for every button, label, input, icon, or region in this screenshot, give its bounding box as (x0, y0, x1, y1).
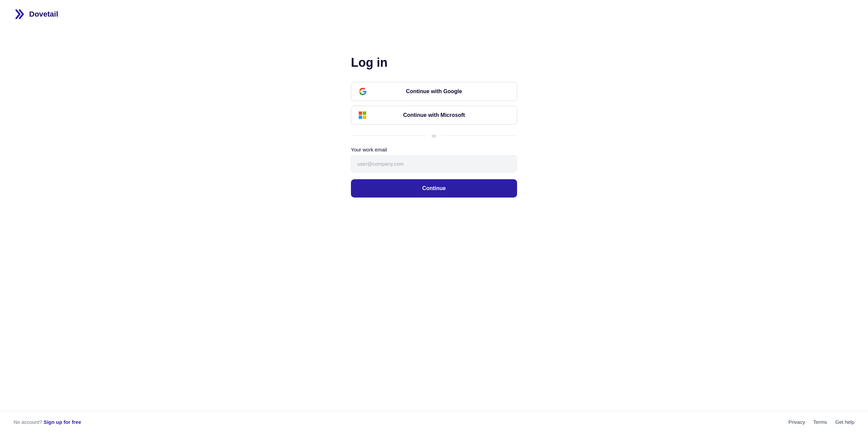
microsoft-button-label: Continue with Microsoft (403, 112, 465, 118)
page-title: Log in (351, 56, 517, 70)
microsoft-icon (359, 111, 366, 119)
logo[interactable]: Dovetail (14, 8, 58, 20)
microsoft-signin-button[interactable]: Continue with Microsoft (351, 106, 517, 125)
signup-link[interactable]: Sign up for free (43, 419, 81, 425)
email-input[interactable] (351, 155, 517, 172)
footer-left: No account? Sign up for free (14, 419, 81, 425)
footer-right: Privacy Terms Get help (788, 419, 854, 425)
or-divider: or (351, 133, 517, 139)
dovetail-logo-icon (14, 8, 26, 20)
google-signin-button[interactable]: Continue with Google (351, 82, 517, 101)
header: Dovetail (0, 0, 868, 28)
main-content: Log in Continue with Google (0, 28, 868, 411)
footer: No account? Sign up for free Privacy Ter… (0, 411, 868, 433)
privacy-link[interactable]: Privacy (788, 419, 805, 425)
divider-line-right (441, 136, 517, 136)
terms-link[interactable]: Terms (813, 419, 827, 425)
help-link[interactable]: Get help (835, 419, 854, 425)
login-container: Log in Continue with Google (351, 56, 517, 198)
no-account-text: No account? (14, 419, 42, 425)
divider-text: or (432, 133, 436, 139)
google-button-label: Continue with Google (406, 88, 462, 95)
brand-name: Dovetail (29, 10, 58, 19)
email-label: Your work email (351, 147, 517, 152)
divider-line-left (351, 136, 427, 136)
google-icon (359, 87, 367, 96)
continue-button[interactable]: Continue (351, 179, 517, 198)
